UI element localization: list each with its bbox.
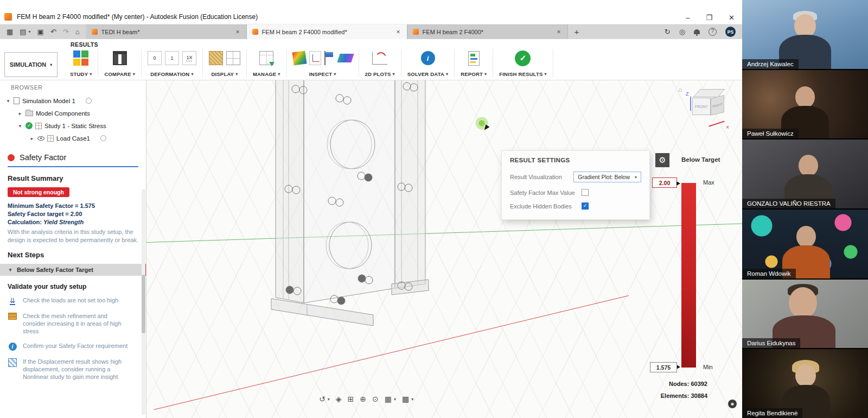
tree-item-label: Model Components [36, 110, 90, 117]
grid-display-icon[interactable] [226, 51, 240, 65]
deformed-icon[interactable]: 1 [165, 51, 179, 65]
caret-down-icon[interactable]: ▾ [5, 98, 11, 104]
exclude-hidden-checkbox[interactable] [582, 202, 589, 210]
visibility-ring-icon[interactable] [86, 98, 92, 104]
fusion-doc-icon [92, 29, 98, 35]
browser-scrollbar[interactable] [142, 189, 145, 415]
minimize-button[interactable]: – [686, 14, 690, 22]
caret-right-icon[interactable]: ▸ [29, 136, 35, 141]
report-doc-icon[interactable] [468, 51, 480, 66]
manage-icon[interactable] [259, 51, 273, 65]
user-avatar[interactable]: PS [725, 27, 736, 37]
solver-info-icon[interactable]: i [421, 51, 435, 65]
redo-icon[interactable]: ↷ [63, 28, 69, 36]
tab-tedi-h-beam[interactable]: TEDI H beam* × [86, 24, 247, 39]
viewcube-front-face[interactable]: FRONT [692, 98, 711, 115]
tree-item-study1[interactable]: ▾ ✓ Study 1 - Static Stress [0, 119, 146, 132]
exclude-hidden-label: Exclude Hidden Bodies [510, 203, 582, 210]
help-icon[interactable]: ? [709, 28, 717, 36]
caret-down-icon[interactable]: ▾ [8, 267, 13, 273]
ribbon-group-display[interactable]: DISPLAY▾ [203, 49, 247, 77]
xyz-probe-icon[interactable] [309, 51, 321, 65]
below-target-row[interactable]: ▾ Below Safety Factor Target [0, 264, 146, 276]
save-icon[interactable]: ▣ [37, 28, 44, 36]
zoom-icon[interactable]: ⊕ [360, 395, 366, 403]
result-visualization-row: Result Visualization Gradient Plot: Belo… [502, 168, 649, 186]
visualization-dropdown[interactable]: Gradient Plot: Below ▾ [573, 172, 641, 182]
ribbon-toolbar: RESULTS SIMULATION▾ STUDY▾ COMPARE▾ 0 1 … [0, 39, 742, 80]
undo-icon[interactable]: ↶ [50, 28, 56, 36]
participant-tile[interactable]: Darius Eidukynas [742, 280, 868, 350]
viewcube-x-marker: × [726, 124, 729, 130]
compare-icon[interactable] [113, 51, 127, 65]
view-cube[interactable]: ⌂ Z FRONT RIGHT × [678, 84, 730, 131]
file-menu-icon[interactable]: ▤ [20, 28, 26, 36]
tab-close-icon[interactable]: × [395, 28, 401, 36]
ribbon-group-manage[interactable]: MANAGE▾ [247, 49, 287, 77]
tab-close-icon[interactable]: × [235, 28, 241, 36]
grid-menu-icon[interactable]: ▦ [7, 28, 13, 36]
participant-tile[interactable]: Paweł Sułkowicz [742, 70, 868, 140]
orbit-icon[interactable]: ↺ [319, 395, 326, 403]
tab-bar-right-icons: ↻ ◎ ? PS [665, 24, 742, 39]
notifications-bell-icon[interactable] [694, 29, 700, 34]
grid-settings-icon[interactable]: ▩ [402, 395, 409, 403]
workspace-selector[interactable]: SIMULATION▾ [4, 52, 58, 77]
finish-check-icon[interactable]: ✓ [515, 50, 531, 66]
model-viewport[interactable]: ⌂ Z FRONT RIGHT × RESULT SETTINGS Result… [146, 80, 742, 418]
tab-fem-h-beam-modified[interactable]: FEM H beam 2 F4000 modified* × [247, 24, 407, 39]
caret-right-icon[interactable]: ▸ [17, 111, 23, 116]
ribbon-group-inspect[interactable]: INSPECT▾ [287, 49, 359, 77]
participant-tile[interactable]: Regita Bendikienė [742, 349, 868, 418]
mesh-display-icon[interactable] [209, 51, 223, 65]
display-settings-icon[interactable]: ▦ [385, 395, 392, 403]
ribbon-group-finish-results[interactable]: ✓ FINISH RESULTS▾ [493, 49, 553, 77]
ribbon-group-study[interactable]: STUDY▾ [64, 49, 98, 77]
safety-factor-max-checkbox[interactable] [582, 189, 589, 196]
zoom-window-icon[interactable]: ⊞ [348, 395, 354, 403]
validate-item-text: Confirm your Safety Factor requirement [23, 342, 127, 351]
exclude-hidden-row: Exclude Hidden Bodies [502, 199, 649, 213]
scrollbar-thumb[interactable] [142, 275, 145, 333]
viewcube-right-face[interactable]: RIGHT [711, 95, 724, 116]
tree-item-load-case1[interactable]: ▸ Load Case1 [0, 132, 146, 144]
plot-curve-icon[interactable] [372, 52, 387, 65]
ribbon-group-solver-data[interactable]: i SOLVER DATA▾ [401, 49, 455, 77]
tree-item-model-components[interactable]: ▸ Model Components [0, 107, 146, 119]
ribbon-group-report[interactable]: REPORT▾ [455, 49, 493, 77]
deformation-scale-icon[interactable]: 1X [182, 51, 196, 65]
probe-flag-icon[interactable] [324, 51, 335, 65]
tree-item-simulation-model[interactable]: ▾ Simulation Model 1 [0, 94, 146, 107]
home-view-icon[interactable]: ⌂ [678, 86, 682, 93]
visibility-ring-icon[interactable] [100, 135, 106, 141]
ribbon-group-deformation[interactable]: 0 1 1X DEFORMATION▾ [142, 49, 203, 77]
maximize-button[interactable]: ❐ [706, 14, 712, 22]
undeformed-icon[interactable]: 0 [148, 51, 162, 65]
slice-plane-icon[interactable] [337, 54, 354, 62]
tab-fem-h-beam[interactable]: FEM H beam 2 F4000* × [407, 24, 568, 39]
tab-close-icon[interactable]: × [556, 28, 562, 36]
ribbon-tab-results[interactable]: RESULTS [71, 41, 98, 48]
participant-tile[interactable]: Roman Wdowik [742, 210, 868, 280]
eye-icon[interactable] [37, 136, 44, 141]
gradient-result-icon[interactable] [292, 50, 307, 65]
caret-down-icon[interactable]: ▾ [17, 123, 23, 129]
participant-tile[interactable]: Andrzej Kawalec [742, 0, 868, 70]
home-icon[interactable]: ⌂ [75, 28, 80, 36]
look-at-icon[interactable]: ⊙ [372, 395, 379, 403]
legend-settings-gear-icon[interactable]: ⚙ [655, 153, 669, 167]
study-icon[interactable] [73, 50, 88, 66]
chevron-down-icon: ▾ [334, 72, 336, 77]
close-button[interactable]: ✕ [729, 14, 735, 22]
new-tab-button[interactable]: + [568, 24, 586, 39]
legend-max-value[interactable]: 2.00 [652, 178, 677, 188]
legend-color-bar [681, 183, 696, 368]
file-menu-caret-icon[interactable]: ▾ [29, 29, 31, 34]
ribbon-group-compare[interactable]: COMPARE▾ [98, 49, 141, 77]
ribbon-group-2d-plots[interactable]: 2D PLOTS▾ [359, 49, 401, 77]
sync-status-icon[interactable]: ↻ [665, 28, 671, 36]
pan-icon[interactable]: ◈ [336, 395, 342, 403]
job-status-icon[interactable]: ◎ [679, 28, 685, 36]
participant-tile[interactable]: GONZALO VALIÑO RIESTRA [742, 140, 868, 210]
legend-min-value[interactable]: 1.575 [650, 362, 677, 372]
